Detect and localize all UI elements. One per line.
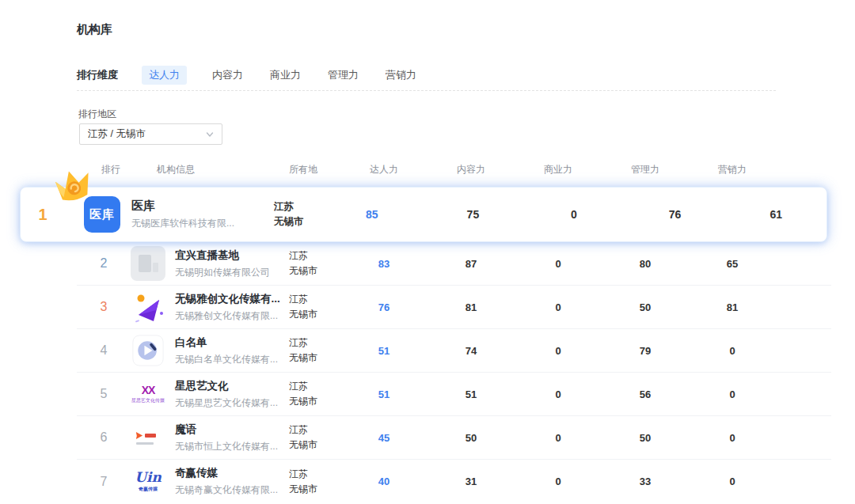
org-province: 江苏 (289, 335, 340, 351)
score-yingxiaoli: 81 (689, 301, 776, 313)
rank-number: 1 (21, 206, 65, 224)
page-title: 机构库 (77, 22, 112, 37)
rank-number: 2 (77, 256, 131, 271)
score-darenli: 51 (340, 388, 428, 400)
org-name: 星思艺文化 (175, 379, 278, 393)
score-shangyeli: 0 (515, 476, 602, 487)
chevron-down-icon (206, 131, 214, 138)
org-city: 无锡市 (289, 438, 340, 453)
score-guanlili: 80 (602, 258, 689, 270)
score-guanlili: 79 (602, 345, 689, 357)
dimension-label: 排行维度 (77, 68, 118, 82)
score-neirongli: 87 (428, 258, 515, 270)
col-org-info: 机构信息 (131, 163, 281, 176)
col-neirongli: 内容力 (428, 163, 515, 176)
table-row[interactable]: 6 魔语 无锡市恒上文化传媒有... 江苏 无锡市 45 (77, 416, 831, 460)
score-guanlili: 50 (602, 301, 689, 313)
org-company: 无锡明如传媒有限公司 (175, 266, 270, 279)
rank-number: 6 (77, 430, 131, 445)
org-avatar-script: Uin (135, 471, 162, 484)
region-filter-label: 排行地区 (78, 108, 116, 121)
org-province: 江苏 (289, 423, 340, 438)
rank-number: 5 (77, 387, 131, 401)
org-avatar-uin-logo: Uin 奇赢传媒 (131, 464, 165, 499)
org-name: 白名单 (175, 335, 278, 350)
org-avatar-party-hat-icon (131, 290, 165, 324)
score-yingxiaoli: 0 (689, 388, 776, 400)
top1-row-card[interactable]: 1 医库 医库 无锡医库软件科技有限... 江苏 无锡市 85 75 0 76 … (20, 187, 827, 242)
table-row[interactable]: 2 宜兴直播基地 无锡明如传媒有限公司 江苏 无锡市 83 87 0 80 65 (77, 242, 831, 286)
org-province: 江苏 (289, 467, 340, 482)
tabs-divider (77, 90, 776, 91)
table-row[interactable]: 4 白名单 无锡白名单文化传媒有... 江苏 无锡市 (77, 329, 831, 373)
score-shangyeli: 0 (523, 208, 625, 221)
crown-icon (49, 164, 96, 207)
score-neirongli: 31 (428, 476, 515, 487)
score-darenli: 85 (321, 208, 423, 221)
org-location: 江苏 无锡市 (281, 379, 340, 408)
org-province: 江苏 (289, 248, 340, 263)
org-province: 江苏 (274, 199, 321, 214)
org-avatar-yiku: 医库 (84, 196, 120, 233)
score-yingxiaoli: 65 (689, 258, 776, 270)
score-shangyeli: 0 (515, 301, 602, 313)
score-shangyeli: 0 (515, 432, 602, 444)
score-shangyeli: 0 (515, 345, 602, 357)
org-company: 无锡医库软件科技有限... (131, 217, 254, 230)
table-row[interactable]: 5 XX 星思艺文化传媒 星思艺文化 无锡星思艺文化传媒有... 江苏 无锡市 … (77, 373, 831, 416)
table-header: 排行 机构信息 所有地 达人力 内容力 商业力 管理力 营销力 (77, 157, 831, 181)
org-name: 奇赢传媒 (175, 466, 278, 480)
score-neirongli: 81 (428, 301, 515, 313)
rank-number: 7 (77, 475, 131, 489)
score-neirongli: 50 (428, 432, 515, 444)
org-company: 无锡市恒上文化传媒有... (175, 440, 278, 453)
table-row[interactable]: 7 Uin 奇赢传媒 奇赢传媒 无锡奇赢文化传媒有限... 江苏 无锡市 40 … (77, 460, 831, 503)
score-yingxiaoli: 0 (689, 432, 776, 444)
org-avatar-placeholder-icon (131, 246, 165, 281)
org-location: 江苏 无锡市 (266, 199, 321, 229)
score-darenli: 40 (340, 476, 428, 487)
tab-neirongli[interactable]: 内容力 (211, 66, 245, 85)
score-shangyeli: 0 (515, 258, 602, 270)
org-name: 无锡雅创文化传媒有... (175, 292, 280, 306)
org-name: 宜兴直播基地 (175, 248, 270, 263)
org-location: 江苏 无锡市 (281, 335, 340, 365)
org-company: 无锡雅创文化传媒有限... (175, 309, 280, 323)
tab-guanlili[interactable]: 管理力 (326, 66, 360, 85)
col-darenli: 达人力 (340, 163, 428, 176)
tab-darenli[interactable]: 达人力 (142, 66, 187, 85)
col-guanlili: 管理力 (602, 163, 689, 176)
org-avatar-xx-logo: XX 星思艺文化传媒 (131, 377, 165, 411)
score-guanlili: 33 (602, 476, 689, 487)
org-province: 江苏 (289, 379, 340, 394)
tab-yingxiaoli[interactable]: 营销力 (384, 66, 418, 85)
rank-number: 3 (77, 300, 131, 314)
score-neirongli: 74 (428, 345, 515, 357)
rank-number: 4 (77, 343, 131, 358)
org-company: 无锡奇赢文化传媒有限... (175, 483, 278, 497)
score-neirongli: 75 (423, 208, 524, 221)
col-yingxiaoli: 营销力 (689, 163, 776, 176)
ranking-dimension-tabs: 排行维度 达人力 内容力 商业力 管理力 营销力 (77, 66, 418, 85)
org-company: 无锡白名单文化传媒有... (175, 353, 278, 366)
region-select-value: 江苏 / 无锡市 (88, 127, 206, 141)
table-row[interactable]: 3 无锡雅创文化传媒有... 无锡雅创文化传媒有限... (77, 286, 831, 329)
score-guanlili: 76 (625, 208, 726, 221)
tab-shangyeli[interactable]: 商业力 (268, 66, 302, 85)
org-avatar-caption: 奇赢传媒 (139, 486, 158, 493)
org-city: 无锡市 (274, 214, 321, 229)
score-guanlili: 50 (602, 432, 689, 444)
org-avatar-play-badge-icon (131, 333, 165, 368)
col-shangyeli: 商业力 (515, 163, 602, 176)
org-city: 无锡市 (289, 307, 340, 322)
org-company: 无锡星思艺文化传媒有... (175, 396, 278, 410)
col-location: 所有地 (281, 163, 340, 176)
org-city: 无锡市 (289, 263, 340, 279)
org-city: 无锡市 (289, 482, 340, 497)
org-location: 江苏 无锡市 (281, 292, 340, 321)
org-name: 魔语 (175, 423, 278, 437)
ranking-table-body: 2 宜兴直播基地 无锡明如传媒有限公司 江苏 无锡市 83 87 0 80 65 (77, 242, 831, 503)
score-guanlili: 56 (602, 388, 689, 400)
org-location: 江苏 无锡市 (281, 467, 340, 496)
region-select[interactable]: 江苏 / 无锡市 (79, 123, 222, 145)
